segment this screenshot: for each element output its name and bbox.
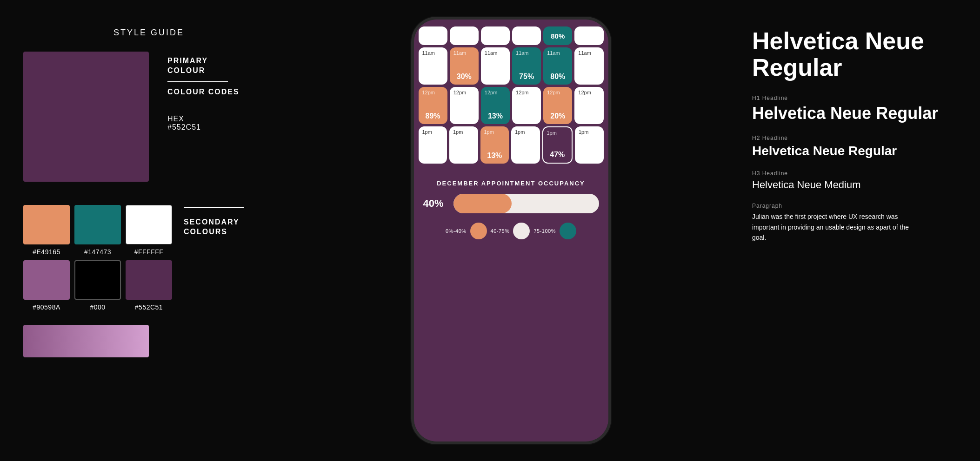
h2-label: H2 Headline [752,135,952,141]
type-section-h1: H1 Headline Helvetica Neue Regular [752,95,952,123]
primary-text-block: PRIMARYCOLOUR COLOUR CODES HEX#552C51 [167,56,240,191]
swatch-lavender: #90598A [23,260,70,311]
right-panel: Helvetica Neue Regular H1 Headline Helve… [724,0,980,461]
primary-divider [167,81,228,82]
hex-code: HEX#552C51 [167,115,240,132]
cal-time: 1pm [547,130,568,136]
cal-cell-white: 1pm [419,126,447,164]
secondary-swatches-col: #E49165 #147473 #FFFFFF #90598A [23,205,172,316]
cal-row-0: 80% [419,26,604,45]
purple2-swatch-box [126,260,172,300]
cal-time: 1pm [422,129,444,135]
swatch-white: #FFFFFF [126,205,172,256]
cal-time: 11am [485,50,506,56]
lavender-swatch-box [23,260,70,300]
cal-percent: 30% [450,72,479,81]
cal-row-1: 11am 11am 30% 11am 11am 75% [419,47,604,85]
cal-cell-teal: 12pm 13% [481,87,510,124]
cal-time: 1pm [515,129,536,135]
cal-time: 12pm [516,90,537,95]
type-section-paragraph: Paragraph Julian was the first project w… [752,203,952,243]
colour-codes-label: COLOUR CODES [167,88,240,96]
cal-percent: 13% [481,112,510,120]
calendar-grid: 80% 11am 11am 30% 11am [414,20,608,171]
cal-cell-white: 1pm [511,126,540,164]
cal-cell-white: 11am [574,47,603,85]
legend-label-2: 40-75% [491,228,510,234]
cal-cell-white: 12pm [512,87,541,124]
cal-time: 12pm [547,90,568,95]
cal-time: 1pm [484,129,506,135]
typography-main-title: Helvetica Neue Regular [752,28,952,81]
secondary-swatches-row1: #E49165 #147473 #FFFFFF [23,205,172,256]
white-code: #FFFFFF [134,248,164,256]
cal-time: 11am [453,50,475,56]
secondary-header: #E49165 #147473 #FFFFFF #90598A [23,205,274,316]
style-guide-label: STYLE GUIDE [23,28,274,38]
secondary-swatches-row2: #90598A #000 #552C51 [23,260,172,311]
cal-cell [450,26,479,45]
cal-time: 12pm [578,90,600,95]
orange-swatch-box [23,205,70,244]
swatch-purple2: #552C51 [126,260,172,311]
cal-cell-teal2: 11am 80% [543,47,572,85]
phone-wrapper: 80% 11am 11am 30% 11am [411,17,611,444]
swatch-orange: #E49165 [23,205,70,256]
cal-cell [512,26,541,45]
teal-code: #147473 [84,248,111,256]
cal-time: 11am [516,50,537,56]
phone-screen: 80% 11am 11am 30% 11am [414,20,608,441]
occ-bar-background [453,194,599,213]
type-section-h2: H2 Headline Helvetica Neue Regular [752,135,952,158]
secondary-section: #E49165 #147473 #FFFFFF #90598A [23,205,274,357]
left-panel: STYLE GUIDE PRIMARYCOLOUR COLOUR CODES H… [0,0,298,461]
type-section-h3: H3 Headline Helvetica Neue Medium [752,170,952,191]
h2-text: Helvetica Neue Regular [752,144,952,158]
cal-percent: 13% [480,151,509,160]
secondary-divider [184,207,244,208]
black-swatch-box [74,260,121,300]
swatch-teal: #147473 [74,205,121,256]
cal-cell-white: 1pm [575,126,604,164]
cal-cell-white: 11am [419,47,447,85]
cal-cell-white: 11am [481,47,510,85]
primary-section: PRIMARYCOLOUR COLOUR CODES HEX#552C51 [23,52,274,191]
cal-time: 1pm [453,129,474,135]
cal-percent: 75% [512,72,541,81]
legend-dot-teal [560,223,576,239]
gradient-bar [23,325,149,357]
cal-time: 11am [547,50,568,56]
cal-time: 12pm [422,90,444,95]
secondary-label-block: SECONDARY COLOURS [184,207,274,237]
cal-cell [574,26,603,45]
legend-dot-orange [470,223,487,239]
h3-label: H3 Headline [752,170,952,177]
cal-cell-orange: 1pm 13% [480,126,509,164]
cal-time: 12pm [485,90,506,95]
cal-cell-white: 12pm [574,87,603,124]
cal-time: 11am [422,50,444,56]
white-swatch-box [126,205,172,244]
purple2-code: #552C51 [135,303,163,311]
h1-label: H1 Headline [752,95,952,101]
h3-text: Helvetica Neue Medium [752,179,952,191]
cal-cell [419,26,447,45]
cal-cell-orange2: 12pm 20% [543,87,572,124]
cal-percent: 47% [543,151,572,159]
swatch-black: #000 [74,260,121,311]
orange-code: #E49165 [33,248,60,256]
legend-dot-white [513,223,530,239]
h1-text: Helvetica Neue Regular [752,104,952,123]
center-panel: 80% 11am 11am 30% 11am [298,0,724,461]
cal-time: 11am [578,50,600,56]
occupancy-percent: 40% [423,198,447,210]
lavender-code: #90598A [33,303,60,311]
cal-row-2: 12pm 89% 12pm 12pm 13% 12pm [419,87,604,124]
cal-cell-purple: 1pm 47% [542,126,573,164]
occupancy-section: DECEMBER APPOINTMENT OCCUPANCY 40% 0%-40… [414,171,608,249]
black-code: #000 [90,303,105,311]
phone-shell: 80% 11am 11am 30% 11am [411,17,611,444]
primary-colour-label: PRIMARYCOLOUR [167,56,240,76]
primary-swatch-col [23,52,149,191]
legend-label-3: 75-100% [533,228,556,234]
